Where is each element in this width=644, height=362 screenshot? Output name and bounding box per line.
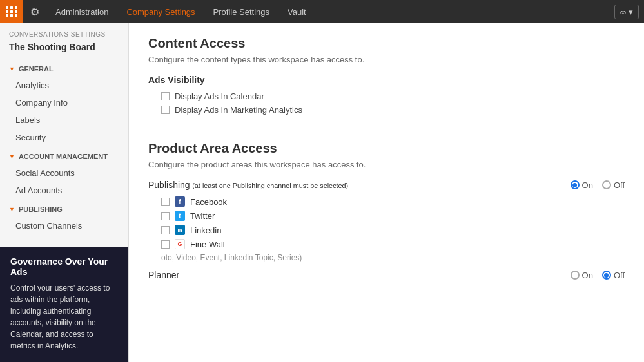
svg-rect-8 (15, 14, 17, 17)
radio-on-circle (571, 180, 580, 189)
publishing-off-radio[interactable]: Off (602, 180, 625, 190)
svg-rect-2 (15, 6, 17, 9)
planner-off-radio[interactable]: Off (602, 271, 625, 280)
sidebar-section-account-label: ACCOUNT MANAGEMENT (19, 153, 108, 160)
tooltip-title: Governance Over Your Ads (10, 256, 118, 277)
facebook-icon: f (175, 196, 185, 207)
checkbox-display-ads-calendar[interactable]: Display Ads In Calendar (161, 91, 625, 101)
twitter-icon: t (175, 211, 185, 221)
workspace-switcher[interactable]: ∞ ▾ (614, 5, 639, 19)
planner-radio-off-circle (602, 271, 611, 280)
svg-rect-5 (15, 10, 17, 13)
planner-radio-on-circle (571, 271, 580, 280)
sidebar-item-security[interactable]: Security (0, 129, 128, 146)
publishing-label-text: Publishing (148, 180, 190, 190)
sidebar-item-custom-channels[interactable]: Custom Channels (0, 217, 128, 234)
sidebar-item-company-info[interactable]: Company Info (0, 94, 128, 111)
main-layout: CONVERSATIONS SETTINGS The Shooting Boar… (0, 23, 644, 362)
nav-administration[interactable]: Administration (46, 0, 117, 23)
publishing-radio-group: On Off (571, 180, 625, 190)
tooltip-body: Control your users' access to ads within… (10, 282, 118, 352)
checkbox-label-analytics: Display Ads In Marketing Analytics (175, 105, 302, 115)
svg-rect-4 (10, 10, 13, 13)
publishing-on-radio[interactable]: On (571, 180, 593, 190)
svg-rect-6 (6, 14, 8, 17)
radio-on-label: On (582, 180, 593, 190)
checkbox-google[interactable] (161, 240, 170, 249)
content-access-section: Content Access Configure the content typ… (148, 36, 625, 115)
chevron-down-icon-2: ▼ (9, 153, 15, 160)
chevron-down-icon-3: ▼ (9, 206, 15, 213)
sidebar-section-account-management[interactable]: ▼ ACCOUNT MANAGEMENT (0, 146, 128, 164)
sidebar-item-ad-accounts[interactable]: Ad Accounts (0, 182, 128, 199)
divider-1 (148, 128, 625, 128)
planner-off-label: Off (614, 271, 625, 280)
checkbox-display-ads-analytics[interactable]: Display Ads In Marketing Analytics (161, 105, 625, 115)
sidebar-item-analytics[interactable]: Analytics (0, 77, 128, 94)
chevron-down-icon: ▼ (9, 66, 15, 72)
social-item-facebook[interactable]: f Facebook (161, 196, 625, 207)
sidebar-section-publishing[interactable]: ▼ PUBLISHING (0, 199, 128, 217)
facebook-label: Facebook (190, 197, 227, 207)
planner-row: Planner On Off (148, 270, 625, 280)
social-item-twitter[interactable]: t Twitter (161, 211, 625, 221)
nav-vault[interactable]: Vault (278, 0, 315, 23)
workspace-label: CONVERSATIONS SETTINGS (0, 23, 128, 41)
app-logo[interactable] (0, 0, 23, 23)
sidebar-item-labels[interactable]: Labels (0, 111, 128, 129)
publishing-label: Publishing (at least one Publishing chan… (148, 180, 348, 190)
content-access-desc: Configure the content types this workspa… (148, 55, 625, 64)
sidebar-section-general-label: GENERAL (19, 65, 54, 73)
nav-company-settings[interactable]: Company Settings (117, 0, 204, 23)
product-area-section: Product Area Access Configure the produc… (148, 141, 625, 280)
top-nav: ⚙ Administration Company Settings Profil… (0, 0, 644, 23)
product-area-title: Product Area Access (148, 141, 625, 156)
sidebar-section-publishing-label: PUBLISHING (19, 205, 63, 213)
checkbox-icon-2[interactable] (161, 106, 170, 114)
social-item-google[interactable]: G Fine Wall (161, 239, 625, 249)
social-item-linkedin[interactable]: in Linkedin (161, 225, 625, 235)
svg-rect-7 (10, 14, 13, 17)
radio-off-circle (602, 180, 611, 189)
linkedin-icon: in (175, 225, 185, 235)
svg-rect-3 (6, 10, 8, 13)
planner-on-label: On (582, 271, 593, 280)
google-icon: G (175, 239, 185, 249)
planner-radio-group: On Off (571, 271, 625, 280)
workspace-name: The Shooting Board (0, 41, 128, 59)
checkbox-label-calendar: Display Ads In Calendar (175, 91, 264, 101)
gear-icon[interactable]: ⚙ (23, 0, 46, 23)
svg-rect-0 (6, 6, 8, 9)
nav-links: Administration Company Settings Profile … (46, 0, 614, 23)
engage-hint: oto, Video, Event, Linkedin Topic, Serie… (161, 253, 625, 262)
ads-visibility-label: Ads Visibility (148, 75, 625, 85)
linkedin-label: Linkedin (190, 225, 221, 235)
content-access-title: Content Access (148, 36, 625, 51)
sidebar: CONVERSATIONS SETTINGS The Shooting Boar… (0, 23, 129, 362)
tooltip-popup: Governance Over Your Ads Control your us… (0, 247, 128, 362)
publishing-hint: (at least one Publishing channel must be… (192, 182, 348, 189)
planner-on-radio[interactable]: On (571, 271, 593, 280)
publishing-row: Publishing (at least one Publishing chan… (148, 180, 625, 190)
checkbox-twitter[interactable] (161, 212, 170, 220)
checkbox-linkedin[interactable] (161, 226, 170, 234)
checkbox-facebook[interactable] (161, 198, 170, 206)
google-label: Fine Wall (190, 240, 225, 249)
product-area-desc: Configure the product areas this workspa… (148, 160, 625, 169)
radio-off-label: Off (614, 180, 625, 190)
planner-label: Planner (148, 270, 179, 280)
svg-rect-1 (10, 6, 13, 9)
main-content: Content Access Configure the content typ… (129, 23, 644, 362)
sidebar-section-general[interactable]: ▼ GENERAL (0, 59, 128, 77)
nav-profile-settings[interactable]: Profile Settings (204, 0, 278, 23)
sidebar-item-social-accounts[interactable]: Social Accounts (0, 164, 128, 182)
checkbox-icon[interactable] (161, 92, 170, 100)
twitter-label: Twitter (190, 211, 215, 221)
